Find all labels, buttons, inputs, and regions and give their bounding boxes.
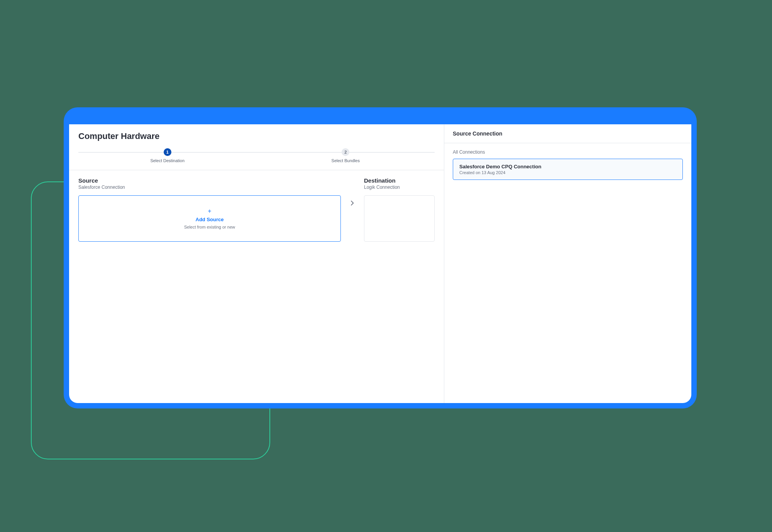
main-area: Computer Hardware 1 Select Destination 2… xyxy=(69,124,444,403)
all-connections-label: All Connections xyxy=(444,143,691,159)
step-label: Select Bundles xyxy=(332,158,360,163)
step-number-active: 1 xyxy=(164,148,171,156)
step-select-destination[interactable]: 1 Select Destination xyxy=(78,148,257,163)
step-number-inactive: 2 xyxy=(342,148,349,156)
source-heading: Source xyxy=(78,177,341,184)
chevron-right-icon xyxy=(350,200,354,207)
window-titlebar xyxy=(69,113,691,124)
source-subheading: Salesforce Connection xyxy=(78,185,341,190)
add-source-sub: Select from existing or new xyxy=(184,225,235,229)
destination-heading: Destination xyxy=(364,177,435,184)
step-label: Select Destination xyxy=(150,158,185,163)
arrow-column xyxy=(349,177,356,207)
stepper: 1 Select Destination 2 Select Bundles xyxy=(69,145,444,164)
source-column: Source Salesforce Connection + Add Sourc… xyxy=(78,177,341,242)
side-panel-header: Source Connection xyxy=(444,124,691,143)
app-window: Computer Hardware 1 Select Destination 2… xyxy=(64,107,697,408)
add-source-card[interactable]: + Add Source Select from existing or new xyxy=(78,195,341,242)
step-select-bundles[interactable]: 2 Select Bundles xyxy=(257,148,435,163)
destination-subheading: Logik Connection xyxy=(364,185,435,190)
connection-created: Created on 13 Aug 2024 xyxy=(459,170,676,175)
side-panel: Source Connection All Connections Salesf… xyxy=(444,124,691,403)
connection-title: Salesforce Demo CPQ Connection xyxy=(459,164,676,169)
add-source-label: Add Source xyxy=(196,217,224,222)
window-body: Computer Hardware 1 Select Destination 2… xyxy=(69,124,691,403)
page-title: Computer Hardware xyxy=(69,124,444,145)
connection-card[interactable]: Salesforce Demo CPQ Connection Created o… xyxy=(453,159,683,180)
source-destination-row: Source Salesforce Connection + Add Sourc… xyxy=(69,170,444,242)
destination-card[interactable] xyxy=(364,195,435,242)
plus-icon: + xyxy=(208,208,211,214)
destination-column: Destination Logik Connection xyxy=(364,177,435,242)
